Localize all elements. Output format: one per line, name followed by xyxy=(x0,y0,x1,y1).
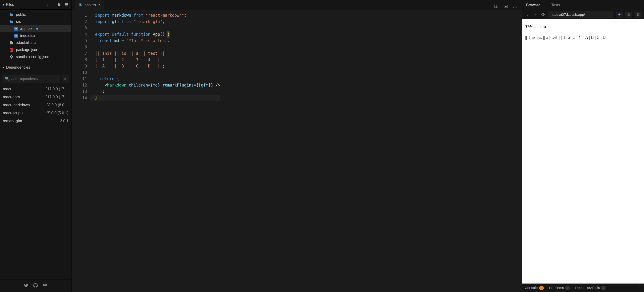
dep-name: react xyxy=(3,87,11,91)
code-lines: import Markdown from "react-markdown"; i… xyxy=(90,12,220,292)
tab-browser[interactable]: Browser xyxy=(524,0,542,10)
download-icon[interactable]: ↓ xyxy=(47,2,49,7)
svg-point-3 xyxy=(80,4,81,5)
dep-name: remark-gfm xyxy=(3,119,22,123)
tree-file-package-json[interactable]: package.json xyxy=(0,46,71,53)
deps-title: Dependencies xyxy=(6,65,30,70)
tab-tests[interactable]: Tests xyxy=(549,0,562,10)
discord-icon[interactable] xyxy=(42,283,48,289)
files-title: Files xyxy=(6,2,47,7)
dependency-list: react^17.0.0 (17.... react-dom^17.0.0 (1… xyxy=(0,85,71,280)
twitter-icon[interactable] xyxy=(24,283,28,289)
tree-file-stackblitzrc[interactable]: .stackblitzrc xyxy=(0,39,71,46)
dep-row[interactable]: react-markdown^8.0.0 (8.0.... xyxy=(0,101,71,109)
tree-file-app-tsx[interactable]: TS app.tsx xyxy=(0,25,71,32)
dep-version: 3.0.1 xyxy=(60,119,68,123)
dep-version: ^8.0.0 (8.0.... xyxy=(46,103,68,107)
tree-folder-src[interactable]: src xyxy=(0,18,71,25)
dependency-menu-button[interactable]: ≡ xyxy=(62,74,69,83)
tree-folder-public[interactable]: public xyxy=(0,11,71,18)
rendered-italic: This xyxy=(525,24,532,29)
dep-name: react-markdown xyxy=(3,103,30,107)
dep-row[interactable]: react-dom^17.0.0 (17.... xyxy=(0,93,71,101)
svg-marker-10 xyxy=(506,6,507,7)
open-external-icon[interactable]: ⧉ xyxy=(634,11,642,18)
preview-pane: Browser Tests ‹ › ⟳ https://i27dzt.csb.a… xyxy=(522,0,644,292)
sidebar: ▾ Files ↓ ↑ public src TS app.tsx TS xyxy=(0,0,72,292)
rendered-paragraph-2: || This || is || a || test || | 1 | 2 | … xyxy=(525,34,641,41)
split-editor-icon[interactable] xyxy=(494,4,499,10)
dependency-search[interactable]: 🔍 xyxy=(2,74,60,83)
typescript-icon: TS xyxy=(14,34,18,38)
svg-rect-1 xyxy=(10,49,11,51)
tree-label: index.tsx xyxy=(20,34,35,38)
tree-label: app.tsx xyxy=(20,26,32,31)
search-icon: 🔍 xyxy=(5,76,10,81)
dep-row[interactable]: react-scripts^5.0.0 (5.0.1) xyxy=(0,109,71,117)
editor-tab-app-tsx[interactable]: app.tsx • xyxy=(75,0,104,10)
config-icon xyxy=(10,55,14,59)
copy-icon[interactable]: ⧉ xyxy=(625,11,632,18)
dep-row[interactable]: react^17.0.0 (17.... xyxy=(0,85,71,93)
dep-version: ^17.0.0 (17.... xyxy=(46,87,68,91)
line-gutter: 1234567891011121314 xyxy=(78,12,90,292)
tree-label: public xyxy=(16,12,26,17)
folder-icon xyxy=(10,12,14,17)
file-icon xyxy=(10,41,14,45)
bottom-tab-problems[interactable]: Problems0 xyxy=(549,286,570,290)
browser-viewport: This is a test. || This || is || a || te… xyxy=(522,19,644,284)
upload-icon[interactable]: ↑ xyxy=(52,2,54,7)
rendered-paragraph-1: This is a test. xyxy=(525,23,641,30)
github-icon[interactable] xyxy=(33,283,38,289)
nav-forward-icon[interactable]: › xyxy=(532,12,538,17)
folder-open-icon xyxy=(10,19,14,24)
dep-name: react-dom xyxy=(3,95,20,99)
collapse-panel-icon[interactable]: ⌃ xyxy=(638,286,641,290)
file-tree: public src TS app.tsx TS index.tsx .stac… xyxy=(0,10,71,63)
tree-file-sandbox-config[interactable]: sandbox.config.json xyxy=(0,53,71,60)
rendered-text: is a test. xyxy=(532,24,547,29)
tree-label: src xyxy=(16,19,21,24)
tree-label: sandbox.config.json xyxy=(16,55,49,59)
bottom-tab-devtools[interactable]: React DevTools0 xyxy=(575,286,606,290)
dependency-input[interactable] xyxy=(11,77,58,81)
btab-label: React DevTools xyxy=(575,286,600,290)
tree-file-index-tsx[interactable]: TS index.tsx xyxy=(0,32,71,39)
btab-label: Problems xyxy=(549,286,564,290)
svg-rect-2 xyxy=(12,49,12,51)
dep-version: ^5.0.0 (5.0.1) xyxy=(46,111,68,115)
dep-row[interactable]: remark-gfm3.0.1 xyxy=(0,117,71,125)
dep-name: react-scripts xyxy=(3,111,23,115)
url-bar[interactable]: https://i27dzt.csb.app/ xyxy=(548,11,614,18)
devtools-icon[interactable]: ✦ xyxy=(616,11,623,18)
npm-icon xyxy=(10,48,14,52)
nav-back-icon[interactable]: ‹ xyxy=(524,12,530,17)
deps-collapse-icon[interactable]: ▾ xyxy=(3,66,4,69)
console-badge: 2 xyxy=(539,286,544,290)
editor-pane: app.tsx • ⋯ 1234567891011121314 import M… xyxy=(72,0,522,292)
typescript-icon: TS xyxy=(14,27,18,30)
reload-icon[interactable]: ⟳ xyxy=(540,12,546,17)
problems-badge: 0 xyxy=(565,286,570,290)
svg-rect-0 xyxy=(10,48,14,52)
new-file-icon[interactable] xyxy=(57,2,61,7)
dep-version: ^17.0.0 (17.... xyxy=(46,95,68,99)
tab-label: app.tsx xyxy=(85,3,96,7)
tree-label: .stackblitzrc xyxy=(16,41,36,45)
code-editor[interactable]: 1234567891011121314 import Markdown from… xyxy=(72,10,522,292)
react-icon xyxy=(78,3,82,6)
more-icon[interactable]: ⋯ xyxy=(513,4,517,10)
files-collapse-icon[interactable]: ▾ xyxy=(3,3,4,6)
devtools-badge: 0 xyxy=(601,286,606,290)
tree-label: package.json xyxy=(16,48,38,52)
btab-label: Console xyxy=(525,286,538,290)
preview-icon[interactable] xyxy=(503,4,508,10)
unsaved-dot-icon xyxy=(36,28,38,30)
bottom-tab-console[interactable]: Console2 xyxy=(525,286,544,290)
new-folder-icon[interactable] xyxy=(64,2,68,7)
